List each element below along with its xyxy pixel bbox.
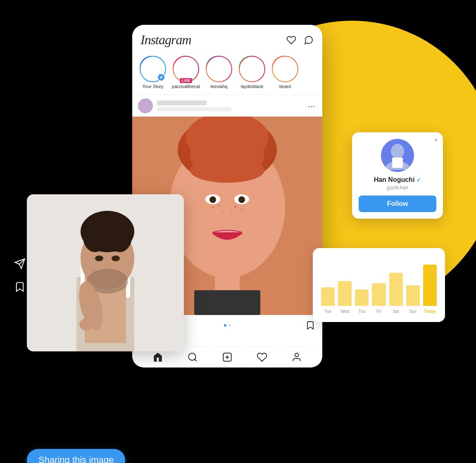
svg-point-21 <box>188 353 195 360</box>
bar-wed <box>338 281 352 306</box>
svg-point-6 <box>190 158 264 183</box>
analytics-chart-card: TueWedThuFriSatSunToday <box>313 248 445 322</box>
search-nav-icon[interactable] <box>187 352 198 363</box>
bar-thu <box>355 289 369 306</box>
svg-point-37 <box>95 255 103 261</box>
chart-bar-tue <box>321 287 335 306</box>
chart-label-tue: Tue <box>321 309 335 314</box>
post-more-icon[interactable]: ··· <box>306 100 317 112</box>
svg-rect-18 <box>194 290 260 315</box>
live-badge: LIVE <box>180 78 192 83</box>
svg-point-12 <box>231 210 232 212</box>
dot-active <box>224 324 226 327</box>
story-item-parzivalthecat[interactable]: LIVE parzivalthecat <box>172 56 200 89</box>
left-side-icons <box>12 256 27 294</box>
verified-badge: ✓ <box>416 177 421 183</box>
svg-point-44 <box>391 144 404 159</box>
chart-bar-wed <box>338 281 352 306</box>
svg-point-40 <box>79 318 94 331</box>
chart-bar-today <box>423 265 437 306</box>
bar-sun <box>406 285 420 306</box>
add-nav-icon[interactable] <box>222 352 233 363</box>
svg-line-22 <box>195 359 197 361</box>
profile-card-avatar <box>381 139 414 172</box>
story-add-button[interactable]: + <box>157 73 165 81</box>
chart-bar-thu <box>355 289 369 306</box>
your-story-label: Your Story <box>143 84 164 89</box>
story-item-your[interactable]: + Your Story <box>139 56 167 89</box>
story-item-beard[interactable]: beard <box>271 56 299 89</box>
svg-point-15 <box>209 196 216 203</box>
post-username <box>157 100 207 105</box>
post-user-avatar <box>138 98 153 113</box>
laydinblack-label: laydinblack <box>241 84 263 89</box>
bar-fri <box>372 283 386 306</box>
profile-card-handle: guchi.han <box>359 185 436 191</box>
chart-bar-sat <box>389 273 403 306</box>
svg-point-26 <box>295 353 299 357</box>
instagram-logo: Instagram <box>140 32 191 48</box>
svg-point-8 <box>218 205 220 207</box>
chart-label-wed: Wed <box>338 309 352 314</box>
post-location <box>157 107 231 111</box>
messenger-icon[interactable] <box>303 35 314 45</box>
chart-label-today: Today <box>423 309 437 314</box>
chart-bar-fri <box>372 283 386 306</box>
bookmark-side-icon[interactable] <box>12 279 27 294</box>
parzivalthecat-label: parzivalthecat <box>172 84 200 89</box>
profile-nav-icon[interactable] <box>291 352 302 363</box>
bar-tue <box>321 287 335 306</box>
svg-point-10 <box>241 209 243 211</box>
chart-bar-sun <box>406 285 420 306</box>
svg-point-16 <box>238 196 245 203</box>
svg-point-11 <box>222 211 224 212</box>
heart-icon[interactable] <box>286 35 297 45</box>
chart-label-thu: Thu <box>355 309 369 314</box>
header-icons <box>286 35 314 45</box>
post-header: ··· <box>132 95 322 117</box>
man-photo-card <box>27 194 184 351</box>
svg-point-38 <box>112 255 120 261</box>
story-item-laydinblack[interactable]: laydinblack <box>238 56 266 89</box>
chart-bars <box>321 256 437 306</box>
bar-today <box>423 265 437 306</box>
svg-point-7 <box>212 206 214 209</box>
dot-inactive <box>228 324 231 327</box>
post-user-info <box>157 100 302 111</box>
chart-label-sun: Sun <box>406 309 420 314</box>
leeviahq-label: leeviahq <box>211 84 228 89</box>
stories-row: + Your Story LIVE parzivalthecat leeviah… <box>132 52 322 95</box>
sharing-label: Sharing this image <box>27 449 125 463</box>
instagram-header: Instagram <box>132 25 322 52</box>
close-icon[interactable]: × <box>434 136 438 144</box>
svg-point-35 <box>85 215 130 244</box>
bar-sat <box>389 273 403 306</box>
svg-point-9 <box>234 205 237 208</box>
home-nav-icon[interactable] <box>152 352 163 363</box>
bookmark-icon[interactable] <box>305 320 316 331</box>
story-item-leeviahq[interactable]: leeviahq <box>205 56 233 89</box>
svg-rect-45 <box>392 158 403 168</box>
chart-labels: TueWedThuFriSatSunToday <box>321 309 437 314</box>
heart-nav-icon[interactable] <box>257 352 267 363</box>
profile-card-popup: × Han Noguchi ✓ guchi.han Follow <box>352 132 443 219</box>
profile-card-name: Han Noguchi ✓ <box>359 176 436 184</box>
follow-button[interactable]: Follow <box>359 196 436 212</box>
send-side-icon[interactable] <box>12 256 27 271</box>
chart-label-sat: Sat <box>389 309 403 314</box>
beard-label: beard <box>279 84 291 89</box>
chart-label-fri: Fri <box>372 309 386 314</box>
